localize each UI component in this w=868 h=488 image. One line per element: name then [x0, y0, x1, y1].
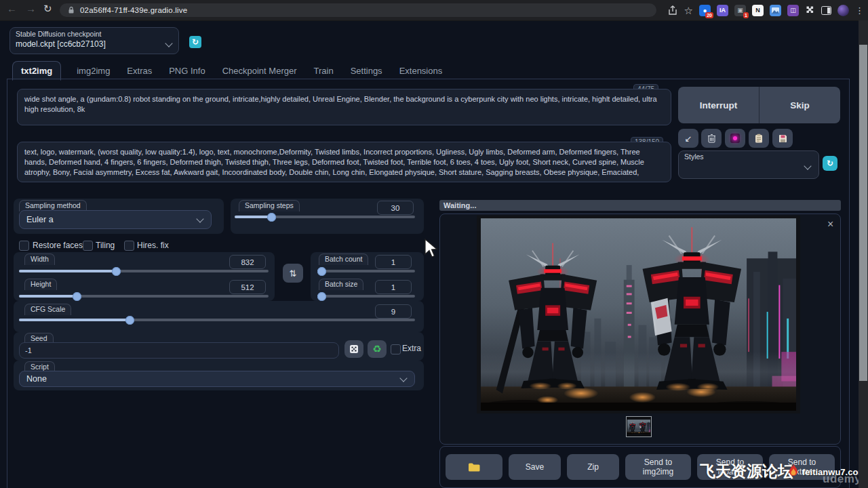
random-seed-button[interactable]: [344, 340, 363, 358]
gallery-thumbnail[interactable]: [626, 416, 652, 437]
width-slider[interactable]: [19, 270, 269, 272]
reload-icon[interactable]: ↻: [43, 3, 52, 15]
checkpoint-refresh-button[interactable]: ↻: [189, 36, 201, 48]
bookmark-star-icon[interactable]: ☆: [684, 5, 693, 16]
cfg-scale-value[interactable]: 9: [375, 304, 412, 319]
profile-avatar[interactable]: [837, 5, 849, 16]
share-icon[interactable]: [667, 5, 678, 16]
save-button[interactable]: Save: [509, 454, 561, 480]
width-label: Width: [24, 253, 55, 265]
scrollbar-thumb[interactable]: [859, 45, 867, 381]
sampling-steps-slider[interactable]: [235, 216, 415, 218]
tab-extras[interactable]: Extras: [125, 62, 153, 80]
styles-refresh-button[interactable]: ↻: [823, 156, 837, 171]
tab-img2img[interactable]: img2img: [75, 62, 111, 80]
checkpoint-label: Stable Diffusion checkpoint: [10, 28, 178, 38]
extension-pin-icon[interactable]: ● 20: [699, 5, 711, 16]
sampling-method-dropdown[interactable]: Euler a: [19, 210, 212, 229]
slider-handle[interactable]: [317, 292, 326, 301]
slider-handle[interactable]: [267, 213, 276, 222]
extra-seed-checkbox[interactable]: [391, 344, 401, 354]
batch-count-slider[interactable]: [317, 270, 415, 272]
extensions-puzzle-icon[interactable]: [805, 5, 815, 16]
clipboard-icon: [755, 134, 763, 143]
generated-image[interactable]: [477, 216, 800, 413]
back-icon[interactable]: ←: [7, 3, 17, 14]
hires-fix-checkbox[interactable]: [124, 241, 134, 251]
close-image-icon[interactable]: ×: [827, 219, 833, 230]
browser-menu-icon[interactable]: ⋮: [855, 5, 864, 16]
seed-input[interactable]: -1: [19, 342, 339, 359]
paste-arrow-icon: ↙: [685, 134, 692, 144]
trash-icon: [707, 134, 716, 143]
script-dropdown[interactable]: None: [19, 371, 415, 387]
restore-faces-checkbox[interactable]: [19, 241, 29, 251]
prompt-textarea[interactable]: wide shot angle, a (gundam:0.8) robot st…: [17, 89, 671, 125]
extension-badge-1: 1: [743, 12, 749, 18]
interrupt-button[interactable]: Interrupt: [678, 87, 760, 123]
tab-png-info[interactable]: PNG Info: [167, 62, 206, 80]
swap-dimensions-button[interactable]: ⇅: [283, 264, 303, 283]
batch-count-label: Batch count: [319, 253, 368, 265]
batch-size-label: Batch size: [319, 279, 363, 290]
tab-checkpoint-merger[interactable]: Checkpoint Merger: [221, 62, 298, 80]
tab-train[interactable]: Train: [313, 62, 335, 80]
batch-size-slider[interactable]: [317, 295, 415, 298]
apply-style-button[interactable]: [749, 129, 769, 148]
extension-notion-icon[interactable]: N: [752, 5, 764, 16]
clear-prompt-button[interactable]: [701, 129, 722, 148]
send-to-img2img-button[interactable]: Send to img2img: [625, 454, 691, 480]
height-slider[interactable]: [19, 295, 269, 298]
batch-size-value[interactable]: 1: [375, 280, 412, 294]
tiling-label: Tiling: [96, 241, 115, 250]
generate-button-group: Interrupt Skip: [678, 87, 840, 123]
hires-fix-label: Hires. fix: [137, 241, 169, 250]
extension-ia-icon[interactable]: IA: [717, 5, 728, 16]
slider-handle[interactable]: [73, 292, 81, 301]
styles-label: Styles: [679, 151, 818, 161]
cfg-block: [14, 301, 424, 332]
reuse-seed-button[interactable]: ♻: [368, 340, 387, 358]
paste-params-button[interactable]: ↙: [678, 129, 698, 148]
tab-settings[interactable]: Settings: [349, 62, 384, 80]
chevron-down-icon: [196, 215, 203, 222]
tab-extensions[interactable]: Extensions: [398, 62, 444, 80]
styles-dropdown[interactable]: [679, 161, 818, 177]
watermark-forum-text: 飞天资源论坛: [700, 461, 793, 482]
sampling-steps-label: Sampling steps: [239, 200, 300, 211]
zip-button[interactable]: Zip: [567, 454, 619, 480]
slider-handle[interactable]: [112, 267, 121, 276]
save-style-button[interactable]: [772, 129, 793, 148]
batch-count-value[interactable]: 1: [375, 255, 412, 269]
watermark-flame-icon: [786, 463, 801, 479]
checkpoint-dropdown[interactable]: model.ckpt [cc6cb27103]: [10, 38, 178, 49]
skip-button[interactable]: Skip: [760, 87, 840, 123]
generated-image-canvas: [481, 218, 796, 411]
slider-handle[interactable]: [125, 316, 134, 325]
cfg-scale-slider[interactable]: [19, 319, 415, 321]
tab-txt2img[interactable]: txt2img: [12, 61, 61, 81]
width-value[interactable]: 832: [229, 255, 266, 269]
slider-handle[interactable]: [317, 267, 326, 276]
height-label: Height: [24, 279, 57, 290]
height-value[interactable]: 512: [229, 280, 266, 294]
extension-badge-20: 20: [705, 12, 713, 18]
progress-text: Waiting...: [443, 201, 476, 209]
open-folder-button[interactable]: [446, 454, 502, 480]
chevron-down-icon: [399, 375, 407, 382]
recycle-icon: ♻: [372, 343, 381, 355]
extension-image-icon[interactable]: [770, 5, 781, 16]
extension-capture-icon[interactable]: ▣ 1: [734, 5, 746, 16]
extra-networks-button[interactable]: [725, 129, 745, 148]
negative-prompt-textarea[interactable]: text, logo, watermark, (worst quality, l…: [17, 142, 671, 182]
address-bar[interactable]: 02a56ff4-71ff-439e.gradio.live: [60, 3, 656, 17]
styles-block: Styles: [678, 150, 819, 179]
swap-icon: ⇅: [290, 268, 297, 279]
tiling-checkbox[interactable]: [83, 241, 93, 251]
extension-onenote-icon[interactable]: ◫: [787, 5, 799, 16]
side-panel-icon[interactable]: [821, 6, 831, 15]
extra-networks-icon: [730, 134, 740, 143]
sampling-steps-value[interactable]: 30: [377, 201, 414, 215]
forward-icon[interactable]: →: [26, 3, 36, 14]
cfg-scale-label: CFG Scale: [24, 304, 71, 315]
